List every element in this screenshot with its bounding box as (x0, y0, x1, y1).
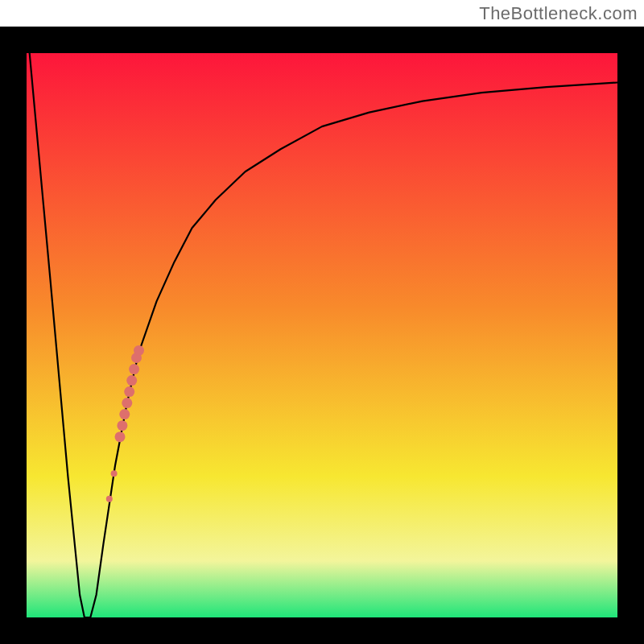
data-point (115, 431, 126, 442)
data-point (126, 375, 137, 386)
bottleneck-chart (27, 53, 617, 617)
data-point (119, 409, 130, 419)
watermark-text: TheBottleneck.com (479, 3, 638, 24)
data-point (111, 470, 118, 477)
data-point (124, 386, 134, 397)
heatmap-background (27, 53, 617, 617)
plot-area (27, 53, 617, 617)
data-point (106, 496, 113, 502)
data-point (129, 364, 139, 374)
data-point (134, 345, 144, 356)
data-point (122, 398, 132, 408)
data-point (117, 420, 127, 431)
